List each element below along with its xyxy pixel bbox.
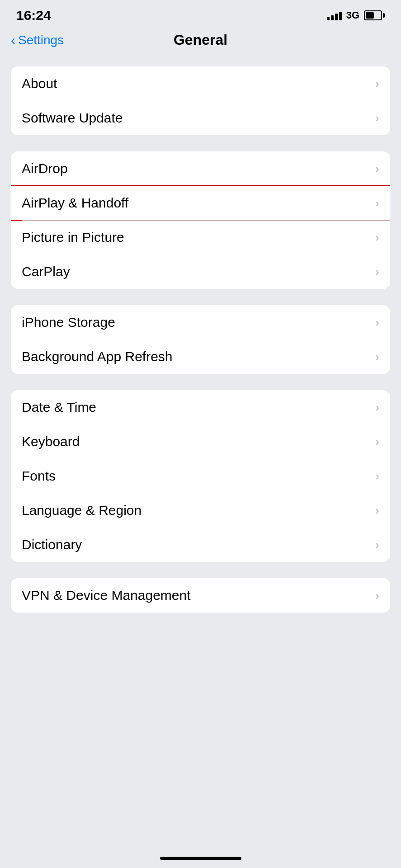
software-update-chevron-icon: › <box>375 111 379 125</box>
language-region-chevron-icon: › <box>375 504 379 518</box>
battery-body <box>364 10 382 20</box>
iphone-storage-chevron-icon: › <box>375 316 379 330</box>
settings-item-picture-in-picture[interactable]: Picture in Picture › <box>11 220 390 255</box>
signal-bar-3 <box>335 14 338 20</box>
keyboard-chevron-icon: › <box>375 435 379 449</box>
settings-item-date-time[interactable]: Date & Time › <box>11 390 390 425</box>
about-label: About <box>22 76 57 91</box>
home-indicator <box>160 857 241 860</box>
signal-type: 3G <box>346 9 359 21</box>
status-bar: 16:24 3G <box>0 0 401 27</box>
language-region-label: Language & Region <box>22 503 142 518</box>
about-chevron-icon: › <box>375 77 379 91</box>
date-time-chevron-icon: › <box>375 401 379 415</box>
carplay-label: CarPlay <box>22 264 70 279</box>
software-update-label: Software Update <box>22 110 123 126</box>
nav-header: ‹ Settings General <box>0 27 401 57</box>
status-right: 3G <box>327 9 385 21</box>
background-app-refresh-label: Background App Refresh <box>22 349 173 364</box>
settings-item-software-update[interactable]: Software Update › <box>11 101 390 135</box>
carplay-chevron-icon: › <box>375 265 379 279</box>
vpn-device-management-label: VPN & Device Management <box>22 588 191 603</box>
settings-group-4: Date & Time › Keyboard › Fonts › Languag… <box>11 390 390 562</box>
settings-group-2: AirDrop › AirPlay & Handoff › Picture in… <box>11 151 390 289</box>
signal-bar-4 <box>339 12 342 20</box>
settings-item-airplay-handoff[interactable]: AirPlay & Handoff › <box>11 186 390 220</box>
settings-group-5: VPN & Device Management › <box>11 578 390 613</box>
signal-bars-icon <box>327 10 342 20</box>
airdrop-label: AirDrop <box>22 161 68 176</box>
airplay-handoff-chevron-icon: › <box>375 196 379 210</box>
fonts-label: Fonts <box>22 468 56 484</box>
signal-bar-1 <box>327 17 330 20</box>
picture-in-picture-label: Picture in Picture <box>22 230 124 245</box>
settings-item-carplay[interactable]: CarPlay › <box>11 255 390 289</box>
settings-item-fonts[interactable]: Fonts › <box>11 459 390 493</box>
settings-item-keyboard[interactable]: Keyboard › <box>11 425 390 459</box>
settings-group-1: About › Software Update › <box>11 66 390 135</box>
fonts-chevron-icon: › <box>375 469 379 483</box>
battery-fill <box>366 12 374 19</box>
vpn-device-management-chevron-icon: › <box>375 589 379 603</box>
dictionary-label: Dictionary <box>22 537 82 552</box>
settings-item-iphone-storage[interactable]: iPhone Storage › <box>11 305 390 340</box>
settings-item-language-region[interactable]: Language & Region › <box>11 493 390 528</box>
signal-bar-2 <box>331 15 334 20</box>
airplay-handoff-label: AirPlay & Handoff <box>22 195 128 211</box>
iphone-storage-label: iPhone Storage <box>22 315 115 330</box>
settings-item-about[interactable]: About › <box>11 66 390 101</box>
date-time-label: Date & Time <box>22 400 96 415</box>
airdrop-chevron-icon: › <box>375 162 379 176</box>
battery-tip <box>383 13 385 18</box>
settings-item-airdrop[interactable]: AirDrop › <box>11 151 390 186</box>
back-button[interactable]: ‹ Settings <box>11 33 64 48</box>
battery-icon <box>364 10 385 20</box>
background-app-refresh-chevron-icon: › <box>375 350 379 364</box>
dictionary-chevron-icon: › <box>375 538 379 552</box>
settings-group-3: iPhone Storage › Background App Refresh … <box>11 305 390 374</box>
settings-content: About › Software Update › AirDrop › AirP… <box>0 57 401 622</box>
status-time: 16:24 <box>16 8 51 23</box>
page-title: General <box>174 32 227 48</box>
keyboard-label: Keyboard <box>22 434 80 449</box>
back-chevron-icon: ‹ <box>11 33 15 48</box>
settings-item-vpn-device-management[interactable]: VPN & Device Management › <box>11 578 390 613</box>
picture-in-picture-chevron-icon: › <box>375 231 379 245</box>
settings-item-background-app-refresh[interactable]: Background App Refresh › <box>11 340 390 374</box>
back-label: Settings <box>18 33 64 47</box>
settings-item-dictionary[interactable]: Dictionary › <box>11 528 390 562</box>
